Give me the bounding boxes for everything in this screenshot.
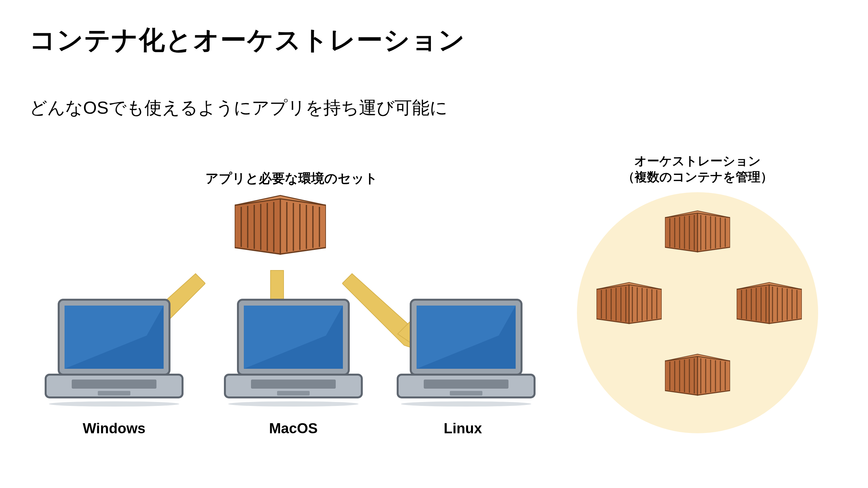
container-icon — [665, 352, 730, 397]
slide-title: コンテナ化とオーケストレーション — [29, 23, 465, 58]
svg-rect-26 — [72, 380, 156, 389]
container-icon — [596, 280, 662, 326]
svg-rect-27 — [98, 391, 130, 395]
svg-point-35 — [228, 401, 359, 406]
container-icon — [665, 208, 730, 254]
svg-point-28 — [49, 401, 179, 406]
svg-rect-33 — [251, 380, 336, 389]
laptop-label-macos: MacOS — [251, 420, 336, 436]
laptop-icon — [391, 296, 541, 407]
container-label: アプリと必要な環境のセット — [205, 169, 378, 187]
container-icon — [737, 280, 802, 326]
laptop-label-linux: Linux — [427, 420, 499, 436]
orchestration-label: オーケストレーション（複数のコンテナを管理） — [613, 153, 782, 185]
slide-subtitle: どんなOSでも使えるようにアプリを持ち運び可能に — [29, 96, 447, 120]
container-icon — [235, 192, 326, 257]
svg-rect-41 — [450, 391, 483, 395]
laptop-icon — [39, 296, 189, 407]
svg-rect-40 — [424, 380, 508, 389]
laptop-icon — [218, 296, 368, 407]
laptop-label-windows: Windows — [68, 420, 160, 436]
svg-point-42 — [401, 401, 531, 406]
svg-rect-34 — [277, 391, 310, 395]
